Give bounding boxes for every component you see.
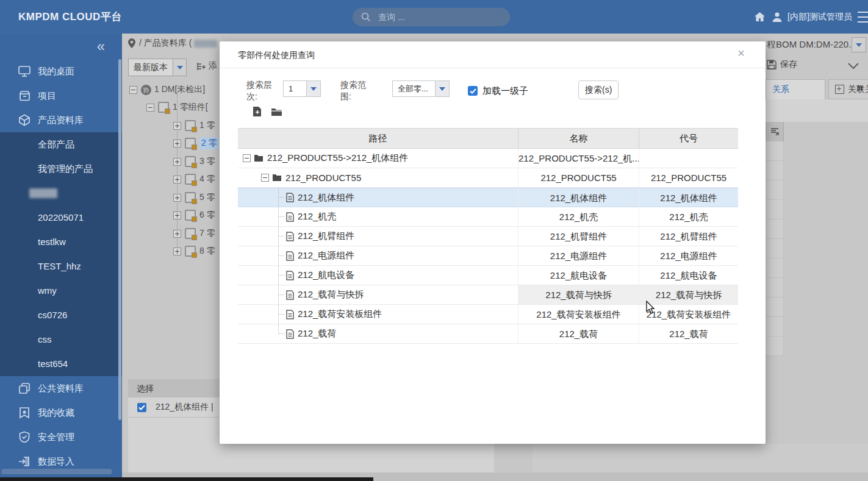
tree-node[interactable]: 7 零 [173, 225, 215, 242]
tree-connector [278, 227, 286, 246]
column-header-code[interactable]: 代号 [639, 129, 738, 148]
current-user[interactable]: [内部]测试管理员 [787, 0, 852, 34]
sidebar-subitem[interactable]: 202205071 [38, 205, 84, 230]
collapse-box-icon[interactable] [243, 154, 251, 162]
sidebar-item-public-library[interactable]: 公共资料库 [0, 376, 122, 401]
sidebar-item-desktop[interactable]: 我的桌面 [0, 59, 122, 84]
collapse-box-icon[interactable] [261, 174, 269, 182]
grid-row [766, 298, 784, 317]
table-row[interactable]: 212_PRODUCT55->212_机体组件 212_PRODUCT55->2… [238, 149, 738, 168]
tabs-overflow-icon[interactable]: » [857, 81, 863, 94]
sidebar-item-label: 安全管理 [38, 432, 74, 443]
sidebar-item-project[interactable]: 项目 [0, 84, 122, 108]
new-document-icon[interactable] [253, 106, 262, 117]
tree-node-selected[interactable]: 2 零 [173, 135, 219, 152]
tree-node[interactable]: 6 零 [173, 207, 215, 224]
sidebar-subitem-redacted[interactable] [29, 188, 57, 198]
toolbar-partial-label[interactable]: 添 [209, 60, 217, 71]
collapse-panel-chevron-icon[interactable] [848, 60, 859, 73]
load-children-label[interactable]: 加载一级子 [482, 85, 528, 97]
collapse-box-icon[interactable] [129, 86, 137, 94]
sidebar-item-favorites[interactable]: 我的收藏 [0, 401, 122, 425]
version-dropdown[interactable]: 最新版本 [128, 59, 173, 76]
part-icon [185, 156, 196, 167]
table-row[interactable]: 212_航电设备 212_航电设备 212_航电设备 [238, 266, 738, 285]
search-input[interactable] [377, 12, 495, 23]
tab-relation-active[interactable]: 关系 [766, 79, 825, 99]
tree-node[interactable]: 8 零 [173, 243, 215, 260]
search-level-select[interactable]: 1 [283, 80, 321, 97]
search-button[interactable]: 搜索(s) [578, 80, 619, 99]
folder-icon[interactable] [271, 107, 282, 116]
expand-box-icon[interactable] [173, 230, 181, 238]
sidebar-subitem[interactable]: TEST_hhz [38, 254, 81, 279]
breadcrumb: / 产品资料库 ( [128, 37, 217, 50]
sidebar-subitem[interactable]: wmy [38, 279, 57, 303]
sidebar-subitem[interactable]: 我管理的产品 [38, 157, 93, 181]
column-header-name[interactable]: 名称 [518, 129, 639, 148]
expand-box-icon[interactable] [173, 194, 181, 202]
tree-node[interactable]: 1 零组件[ [146, 99, 208, 116]
tree-node[interactable]: 3 零 [173, 153, 215, 170]
document-icon [286, 329, 294, 339]
location-pin-icon [128, 38, 135, 48]
sidebar-subitem[interactable]: cs0726 [38, 303, 67, 327]
load-children-checkbox[interactable] [468, 86, 478, 96]
table-row[interactable]: 212_载荷 212_载荷 212_载荷 [238, 324, 738, 344]
grid-row [766, 141, 784, 161]
user-icon[interactable] [771, 0, 783, 34]
part-icon [158, 102, 169, 113]
tree-connector [278, 246, 286, 265]
search-scope-select[interactable]: 全部零... [392, 80, 450, 97]
sidebar-subitem[interactable]: test654 [38, 352, 68, 376]
version-dropdown-arrow[interactable] [173, 59, 187, 76]
table-row-selected[interactable]: 212_机体组件 212_机体组件 212_机体组件 [238, 188, 738, 207]
menu-icon[interactable] [858, 0, 868, 34]
home-icon[interactable] [754, 0, 766, 34]
search-icon [361, 12, 371, 22]
table-row[interactable]: 212_电源组件 212_电源组件 212_电源组件 [238, 246, 738, 266]
grid-header-cell [766, 122, 784, 141]
chevron-down-icon[interactable] [435, 81, 449, 96]
save-button[interactable]: 保存 [767, 59, 797, 70]
document-icon [286, 310, 294, 319]
collapse-box-icon[interactable] [146, 104, 154, 112]
sidebar-item-security[interactable]: 安全管理 [0, 425, 122, 449]
column-header-path[interactable]: 路径 [238, 129, 518, 148]
grid-row [766, 180, 784, 200]
global-search[interactable] [353, 8, 510, 26]
expand-box-icon[interactable] [173, 122, 181, 130]
sidebar-horizontal-scrollbar[interactable] [1, 469, 112, 474]
tree-node[interactable]: 1 零 [173, 117, 215, 134]
sidebar-subitem[interactable]: 全部产品 [38, 132, 74, 157]
sidebar-collapse-icon[interactable]: « [97, 38, 105, 54]
close-icon[interactable]: × [734, 46, 748, 60]
expand-box-icon[interactable] [173, 140, 181, 148]
tree-node[interactable]: 4 零 [173, 171, 215, 188]
table-row[interactable]: 212_载荷安装板组件 212_载荷安装板组件 212_载荷安装板组件 [238, 305, 738, 324]
sidebar-item-product-library[interactable]: 产品资料库 [0, 108, 122, 132]
bom-view-selector[interactable]: 程BOM DM:DM-220... [767, 39, 856, 51]
table-row[interactable]: 212_PRODUCT55 212_PRODUCT55 212_PRODUCT5… [238, 168, 738, 188]
sidebar-subitem[interactable]: css [38, 327, 52, 352]
checkbox-checked[interactable] [137, 403, 146, 412]
where-used-dialog: 零部件何处使用查询 × 搜索层次: 1 搜索范围: 全部零... 加载一级子 搜… [220, 41, 766, 444]
table-row-hovered[interactable]: 212_载荷与快拆 212_载荷与快拆 212_载荷与快拆 [238, 285, 738, 305]
expand-box-icon[interactable] [173, 158, 181, 166]
tree-node[interactable]: 5 零 [173, 189, 215, 206]
expand-box-icon[interactable] [173, 176, 181, 183]
tree-connector [278, 285, 286, 304]
table-row[interactable]: 212_机臂组件 212_机臂组件 212_机臂组件 [238, 227, 738, 246]
expand-box-icon[interactable] [173, 212, 181, 219]
expand-box-icon[interactable] [173, 248, 181, 255]
sidebar-item-label: 数据导入 [38, 456, 74, 468]
tree-node[interactable]: 协 1 DM[未检出] [129, 81, 205, 98]
chevron-down-icon[interactable] [306, 81, 320, 96]
table-row[interactable]: 212_机壳 212_机壳 212_机壳 [238, 207, 738, 227]
sidebar-vertical-scrollbar[interactable] [118, 59, 121, 420]
table-header-row: 路径 名称 代号 [238, 128, 738, 149]
add-node-icon[interactable] [196, 62, 206, 74]
bom-selector-arrow[interactable] [852, 37, 866, 52]
document-icon [286, 193, 294, 202]
sidebar-subitem[interactable]: testlkw [38, 230, 66, 254]
